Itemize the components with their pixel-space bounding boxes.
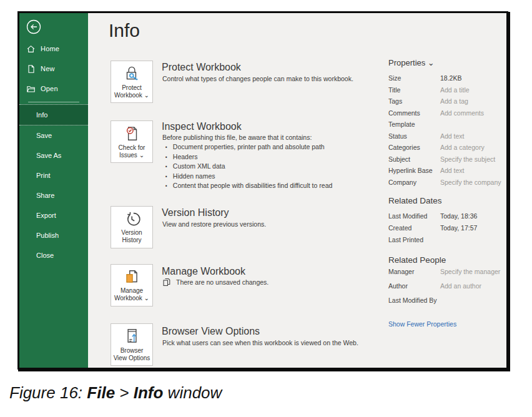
property-label: Template bbox=[388, 120, 440, 128]
sidebar-item-label: Export bbox=[36, 212, 56, 219]
section-heading-protect: Protect Workbook bbox=[162, 62, 241, 73]
bullet-marker: ▪ bbox=[165, 153, 167, 161]
property-row: Subject Specify the subject bbox=[388, 154, 509, 165]
property-label: Last Printed bbox=[388, 236, 440, 243]
sidebar-item-export[interactable]: Export bbox=[19, 205, 88, 225]
sidebar-item-label: Home bbox=[41, 45, 59, 52]
section-heading-manage: Manage Workbook bbox=[162, 266, 245, 277]
property-row: Categories Add a category bbox=[388, 142, 509, 154]
sidebar-item-label: Close bbox=[36, 252, 54, 259]
bullet-text: Document properties, printer path and ab… bbox=[173, 143, 325, 151]
properties-dropdown[interactable]: Properties ⌄ bbox=[388, 58, 435, 67]
sidebar-item-info-selected[interactable]: Info bbox=[19, 104, 88, 125]
home-icon bbox=[26, 44, 36, 54]
property-value-placeholder[interactable]: Add a tag bbox=[440, 97, 468, 105]
section-description: Control what types of changes people can… bbox=[162, 75, 353, 82]
sidebar-item-label: Open bbox=[41, 85, 58, 92]
version-history-icon bbox=[123, 210, 140, 228]
show-fewer-properties-link[interactable]: Show Fewer Properties bbox=[388, 320, 456, 328]
sidebar-separator bbox=[28, 102, 79, 102]
sidebar-item-label: Save bbox=[36, 132, 52, 139]
caption-bold-file: File bbox=[87, 383, 115, 402]
sidebar-item-share[interactable]: Share bbox=[19, 185, 88, 205]
property-label: Company bbox=[388, 179, 440, 186]
back-arrow-icon bbox=[26, 19, 42, 35]
property-row: Created Today, 17:57 bbox=[388, 222, 509, 234]
property-value: Today, 18:36 bbox=[440, 212, 477, 220]
bullet-text: Headers bbox=[173, 153, 198, 161]
property-value-placeholder[interactable]: Specify the manager bbox=[440, 268, 500, 275]
property-value-placeholder[interactable]: Add a title bbox=[440, 86, 470, 94]
property-row: Last Modified By bbox=[388, 295, 509, 307]
property-row: Template bbox=[388, 119, 509, 130]
property-label: Comments bbox=[388, 109, 440, 117]
check-for-issues-button[interactable]: Check for Issues ⌄ bbox=[111, 120, 153, 163]
bullet-marker: ▪ bbox=[165, 182, 167, 190]
caption-separator: > bbox=[115, 383, 134, 402]
bullet-marker: ▪ bbox=[165, 143, 167, 151]
property-label: Manager bbox=[388, 268, 440, 275]
sidebar-item-close[interactable]: Close bbox=[19, 245, 88, 265]
caption-bold-info: Info bbox=[134, 383, 164, 402]
bullet-text: Hidden names bbox=[173, 172, 215, 180]
property-value-placeholder[interactable]: Specify the subject bbox=[440, 155, 495, 163]
browser-view-icon bbox=[122, 327, 141, 346]
figure-caption: Figure 16: File > Info window bbox=[9, 383, 222, 403]
lock-key-icon bbox=[122, 64, 141, 83]
unsaved-changes-row: There are no unsaved changes. bbox=[162, 278, 268, 287]
property-label: Tags bbox=[388, 97, 440, 105]
inspect-document-icon bbox=[122, 124, 141, 143]
section-description: Before publishing this file, be aware th… bbox=[162, 134, 312, 141]
sidebar-item-home[interactable]: Home bbox=[19, 39, 88, 59]
property-label: Last Modified By bbox=[388, 297, 440, 304]
inspect-bullet: ▪ Document properties, printer path and … bbox=[165, 143, 325, 151]
unsaved-changes-text: There are no unsaved changes. bbox=[176, 278, 268, 286]
section-heading-version: Version History bbox=[162, 207, 229, 218]
inspect-bullet: ▪ Custom XML data bbox=[165, 162, 225, 170]
button-label: Check for Issues ⌄ bbox=[111, 144, 152, 159]
property-label: Status bbox=[388, 132, 440, 140]
sidebar-item-open[interactable]: Open bbox=[19, 79, 88, 99]
sidebar-item-save-as[interactable]: Save As bbox=[19, 145, 88, 165]
property-value-placeholder[interactable]: Add text bbox=[440, 132, 465, 140]
property-row: Title Add a title bbox=[388, 84, 509, 96]
bullet-marker: ▪ bbox=[165, 172, 167, 180]
property-value-placeholder[interactable]: Add comments bbox=[440, 109, 484, 117]
open-folder-icon bbox=[26, 84, 36, 94]
button-label: Version History bbox=[111, 229, 152, 244]
related-dates-header: Related Dates bbox=[388, 196, 442, 205]
sidebar-item-save[interactable]: Save bbox=[19, 125, 88, 145]
property-label: Title bbox=[388, 86, 440, 94]
manage-workbook-button[interactable]: Manage Workbook ⌄ bbox=[111, 264, 153, 307]
section-description: View and restore previous versions. bbox=[162, 220, 266, 228]
excel-backstage-window: Home New Open Info bbox=[17, 11, 508, 370]
section-heading-inspect: Inspect Workbook bbox=[162, 121, 242, 132]
property-value-placeholder[interactable]: Add text bbox=[440, 167, 465, 174]
protect-workbook-button[interactable]: Protect Workbook ⌄ bbox=[111, 61, 153, 103]
back-button[interactable] bbox=[26, 19, 42, 35]
caption-suffix: window bbox=[163, 383, 222, 402]
property-value-placeholder[interactable]: Specify the company bbox=[440, 179, 501, 186]
button-label: Manage Workbook ⌄ bbox=[111, 287, 152, 302]
sidebar-item-publish[interactable]: Publish bbox=[19, 225, 88, 245]
property-label: Size bbox=[388, 74, 440, 82]
property-label: Categories bbox=[388, 144, 440, 151]
backstage-sidebar: Home New Open Info bbox=[19, 13, 88, 368]
version-history-button[interactable]: Version History bbox=[111, 206, 153, 248]
bullet-marker: ▪ bbox=[165, 162, 167, 170]
property-row: Company Specify the company bbox=[388, 177, 509, 189]
property-row: Size 18.2KB bbox=[388, 72, 509, 84]
property-row: Last Modified Today, 18:36 bbox=[388, 210, 509, 222]
sidebar-item-print[interactable]: Print bbox=[19, 165, 88, 185]
sidebar-item-label: Publish bbox=[36, 232, 59, 239]
unsaved-changes-icon bbox=[162, 278, 171, 287]
property-value-placeholder[interactable]: Add a category bbox=[440, 144, 485, 151]
property-label: Created bbox=[388, 224, 440, 232]
backstage-main: Info Protect Workbook ⌄ Protect Workbook… bbox=[88, 13, 506, 368]
property-row: Author Add an author bbox=[388, 280, 509, 292]
sidebar-item-new[interactable]: New bbox=[19, 59, 88, 79]
property-value-placeholder[interactable]: Add an author bbox=[440, 282, 481, 290]
property-label: Hyperlink Base bbox=[388, 167, 440, 174]
browser-view-options-button[interactable]: Browser View Options bbox=[111, 323, 153, 366]
sidebar-item-label: Save As bbox=[36, 152, 61, 159]
